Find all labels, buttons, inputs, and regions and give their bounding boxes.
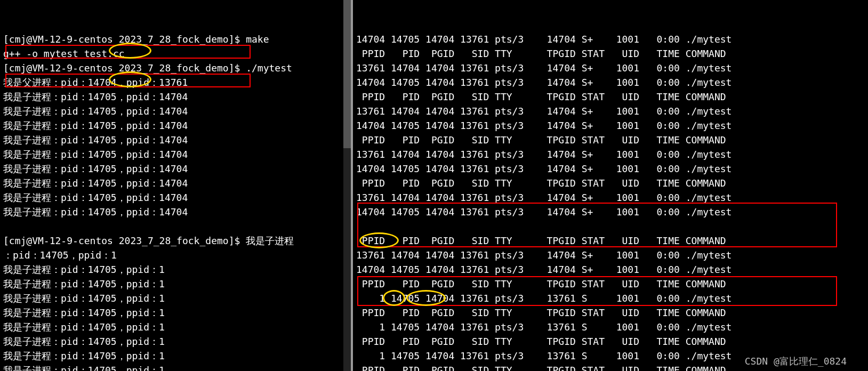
- terminal-line: 我是子进程：pid：14705，ppid：1: [3, 349, 348, 363]
- terminal-line: 14704 14705 14704 13761 pts/3 14704 S+ 1…: [356, 205, 865, 219]
- terminal-line: 13761 14704 14704 13761 pts/3 14704 S+ 1…: [356, 61, 865, 75]
- terminal-line: 我是子进程：pid：14705，ppid：1: [3, 363, 348, 371]
- watermark-text: CSDN @富比理仁_0824: [745, 355, 847, 368]
- terminal-line: 我是子进程：pid：14705，ppid：14704: [3, 90, 348, 104]
- terminal-line: 我是子进程：pid：14705，ppid：1: [3, 291, 348, 305]
- terminal-line: 我是子进程：pid：14705，ppid：14704: [3, 118, 348, 133]
- terminal-line: [cmj@VM-12-9-centos 2023_7_28_fock_demo]…: [3, 61, 348, 75]
- terminal-left-output: [cmj@VM-12-9-centos 2023_7_28_fock_demo]…: [3, 32, 348, 371]
- terminal-line: ：pid：14705，ppid：1: [3, 248, 348, 262]
- terminal-line: 我是子进程：pid：14705，ppid：14704: [3, 190, 348, 205]
- terminal-line: g++ -o mytest test.cc: [3, 46, 348, 61]
- terminal-right-pane[interactable]: 14704 14705 14704 13761 pts/3 14704 S+ 1…: [353, 0, 868, 371]
- terminal-line: [cmj@VM-12-9-centos 2023_7_28_fock_demo]…: [3, 32, 348, 46]
- terminal-line: 我是子进程：pid：14705，ppid：14704: [3, 104, 348, 118]
- terminal-line: 14704 14705 14704 13761 pts/3 14704 S+ 1…: [356, 162, 865, 176]
- terminal-line: 14704 14705 14704 13761 pts/3 14704 S+ 1…: [356, 75, 865, 90]
- terminal-line: 13761 14704 14704 13761 pts/3 14704 S+ 1…: [356, 190, 865, 205]
- terminal-line: PPID PID PGID SID TTY TPGID STAT UID TIM…: [356, 277, 865, 291]
- terminal-line: 14704 14705 14704 13761 pts/3 14704 S+ 1…: [356, 118, 865, 133]
- terminal-line: [3, 219, 348, 233]
- terminal-line: PPID PID PGID SID TTY TPGID STAT UID TIM…: [356, 176, 865, 190]
- terminal-line: 14704 14705 14704 13761 pts/3 14704 S+ 1…: [356, 32, 865, 46]
- terminal-line: 我是子进程：pid：14705，ppid：1: [3, 305, 348, 320]
- terminal-line: 我是子进程：pid：14705，ppid：14704: [3, 205, 348, 219]
- terminal-line: 13761 14704 14704 13761 pts/3 14704 S+ 1…: [356, 147, 865, 162]
- terminal-line: 我是子进程：pid：14705，ppid：14704: [3, 176, 348, 190]
- terminal-line: 我是子进程：pid：14705，ppid：1: [3, 334, 348, 349]
- terminal-line: PPID PID PGID SID TTY TPGID STAT UID TIM…: [356, 334, 865, 349]
- terminal-line: [356, 219, 865, 233]
- terminal-line: 1 14705 14704 13761 pts/3 13761 S 1001 0…: [356, 320, 865, 334]
- terminal-line: 我是子进程：pid：14705，ppid：1: [3, 320, 348, 334]
- terminal-right-output: 14704 14705 14704 13761 pts/3 14704 S+ 1…: [356, 32, 865, 371]
- terminal-line: 我是子进程：pid：14705，ppid：1: [3, 262, 348, 277]
- terminal-line: 我是子进程：pid：14705，ppid：14704: [3, 133, 348, 147]
- terminal-line: PPID PID PGID SID TTY TPGID STAT UID TIM…: [356, 90, 865, 104]
- terminal-line: [cmj@VM-12-9-centos 2023_7_28_fock_demo]…: [3, 233, 348, 248]
- terminal-line: 我是父进程：pid：14704，ppid：13761: [3, 75, 348, 90]
- terminal-line: PPID PID PGID SID TTY TPGID STAT UID TIM…: [356, 46, 865, 61]
- terminal-line: 我是子进程：pid：14705，ppid：1: [3, 277, 348, 291]
- scrollbar-track[interactable]: [343, 0, 351, 371]
- terminal-line: PPID PID PGID SID TTY TPGID STAT UID TIM…: [356, 133, 865, 147]
- terminal-line: 14704 14705 14704 13761 pts/3 14704 S+ 1…: [356, 262, 865, 277]
- terminal-line: 1 14705 14704 13761 pts/3 13761 S 1001 0…: [356, 291, 865, 305]
- terminal-line: 我是子进程：pid：14705，ppid：14704: [3, 147, 348, 162]
- scrollbar-thumb[interactable]: [343, 0, 351, 148]
- terminal-line: PPID PID PGID SID TTY TPGID STAT UID TIM…: [356, 233, 865, 248]
- terminal-line: 我是子进程：pid：14705，ppid：14704: [3, 162, 348, 176]
- terminal-line: PPID PID PGID SID TTY TPGID STAT UID TIM…: [356, 305, 865, 320]
- terminal-left-pane[interactable]: [cmj@VM-12-9-centos 2023_7_28_fock_demo]…: [0, 0, 353, 371]
- terminal-line: 13761 14704 14704 13761 pts/3 14704 S+ 1…: [356, 248, 865, 262]
- terminal-line: 13761 14704 14704 13761 pts/3 14704 S+ 1…: [356, 104, 865, 118]
